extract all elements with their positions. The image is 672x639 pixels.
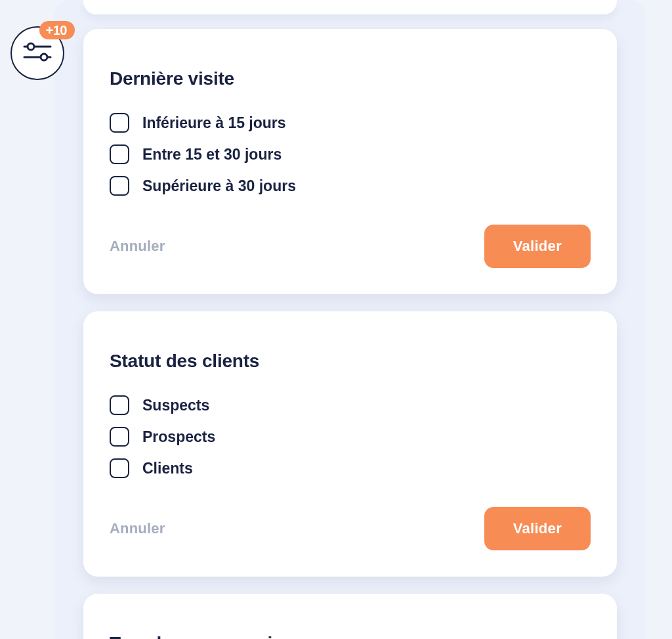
option-clients[interactable]: Clients (110, 458, 591, 478)
option-label: Inférieure à 15 jours (142, 114, 286, 132)
filter-toggle-button[interactable]: +10 (10, 26, 64, 80)
option-suspects[interactable]: Suspects (110, 395, 591, 415)
sliders-icon (23, 37, 52, 69)
checkbox-icon (110, 176, 129, 196)
option-label: Supérieure à 30 jours (142, 177, 296, 195)
checkbox-icon (110, 395, 129, 415)
all-reps-card: Tous les commerciaux (83, 594, 617, 639)
last-visit-title: Dernière visite (110, 68, 591, 89)
all-reps-title: Tous les commerciaux (110, 633, 591, 639)
option-label: Entre 15 et 30 jours (142, 146, 282, 164)
checkbox-icon (110, 458, 129, 478)
previous-card-stub (83, 0, 617, 14)
option-label: Suspects (142, 397, 209, 414)
client-status-card: Statut des clients Suspects Prospects Cl… (83, 311, 617, 577)
last-visit-options: Inférieure à 15 jours Entre 15 et 30 jou… (110, 113, 591, 196)
filter-count-badge: +10 (39, 21, 75, 39)
option-gt-30[interactable]: Supérieure à 30 jours (110, 176, 591, 196)
validate-button[interactable]: Valider (484, 225, 591, 268)
svg-point-3 (41, 54, 47, 60)
checkbox-icon (110, 113, 129, 133)
filter-panel: Dernière visite Inférieure à 15 jours En… (54, 0, 646, 639)
option-prospects[interactable]: Prospects (110, 427, 591, 447)
option-15-30[interactable]: Entre 15 et 30 jours (110, 144, 591, 164)
svg-point-1 (28, 43, 34, 50)
option-lt-15[interactable]: Inférieure à 15 jours (110, 113, 591, 133)
option-label: Prospects (142, 428, 215, 446)
client-status-options: Suspects Prospects Clients (110, 395, 591, 478)
cancel-button[interactable]: Annuler (110, 520, 165, 537)
cancel-button[interactable]: Annuler (110, 238, 165, 255)
last-visit-card: Dernière visite Inférieure à 15 jours En… (83, 29, 617, 294)
checkbox-icon (110, 144, 129, 164)
checkbox-icon (110, 427, 129, 447)
client-status-title: Statut des clients (110, 351, 591, 372)
option-label: Clients (142, 460, 193, 477)
last-visit-actions: Annuler Valider (110, 225, 591, 268)
validate-button[interactable]: Valider (484, 507, 591, 550)
client-status-actions: Annuler Valider (110, 507, 591, 550)
